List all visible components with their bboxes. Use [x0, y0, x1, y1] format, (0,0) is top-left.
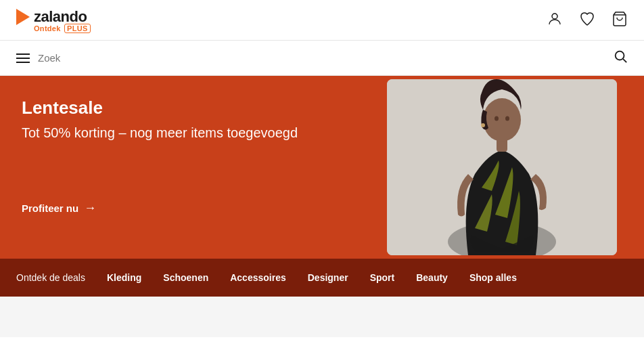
search-submit-icon[interactable]	[613, 49, 628, 67]
hero-cta-label: Profiteer nu	[22, 202, 78, 214]
hero-cta-button[interactable]: Profiteer nu →	[22, 201, 622, 215]
cart-icon[interactable]	[612, 11, 628, 30]
nav-item-shop-alles[interactable]: Shop alles	[459, 259, 528, 297]
wishlist-icon[interactable]	[579, 11, 595, 30]
zalando-triangle-icon	[16, 9, 30, 25]
hero-title: Lentesale	[22, 98, 622, 118]
svg-line-3	[623, 59, 626, 62]
account-icon[interactable]	[547, 11, 563, 30]
search-bar	[0, 41, 644, 76]
nav-item-beauty[interactable]: Beauty	[405, 259, 459, 297]
logo-area: zalando Ontdek PLUS	[16, 8, 91, 33]
site-header: zalando Ontdek PLUS	[0, 0, 644, 41]
hamburger-menu-icon[interactable]	[16, 53, 30, 63]
category-nav: Ontdek de deals Kleding Schoenen Accesso…	[0, 259, 644, 297]
nav-item-designer[interactable]: Designer	[297, 259, 359, 297]
plus-badge: PLUS	[64, 24, 91, 33]
hero-cta-arrow-icon: →	[84, 201, 96, 215]
nav-item-kleding[interactable]: Kleding	[96, 259, 152, 297]
nav-item-schoenen[interactable]: Schoenen	[152, 259, 219, 297]
svg-point-2	[616, 51, 624, 60]
hero-banner: Lentesale Tot 50% korting – nog meer ite…	[0, 76, 644, 259]
svg-point-0	[552, 14, 557, 19]
nav-item-accessoires[interactable]: Accessoires	[219, 259, 297, 297]
nav-item-deals[interactable]: Ontdek de deals	[16, 259, 96, 297]
hero-subtitle: Tot 50% korting – nog meer items toegevo…	[22, 125, 622, 141]
logo-sub: Ontdek PLUS	[34, 24, 91, 33]
hero-content: Lentesale Tot 50% korting – nog meer ite…	[0, 76, 644, 259]
footer-space	[0, 297, 644, 337]
header-icons	[547, 11, 628, 30]
logo-main[interactable]: zalando	[16, 8, 87, 26]
nav-item-sport[interactable]: Sport	[359, 259, 406, 297]
logo-text: zalando	[34, 8, 87, 26]
search-input[interactable]	[38, 52, 605, 64]
